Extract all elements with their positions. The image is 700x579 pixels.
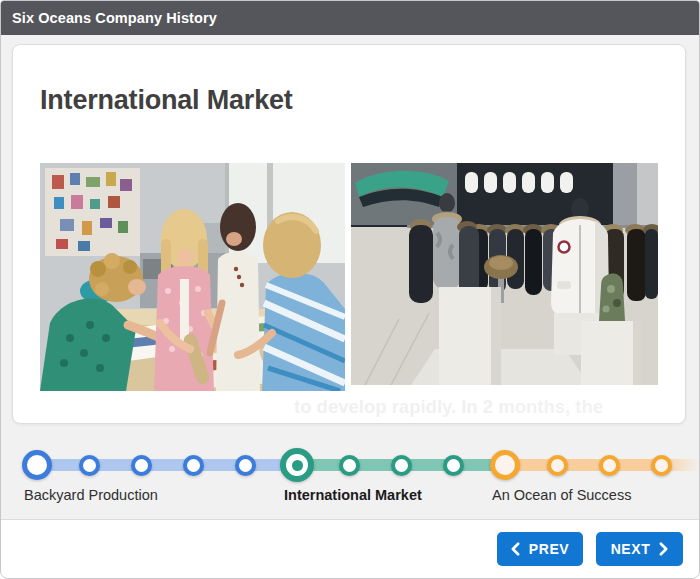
timeline-dot-1-0[interactable] bbox=[280, 448, 314, 482]
timeline-dot-2-1[interactable] bbox=[547, 455, 568, 476]
timeline-dot-1-2[interactable] bbox=[391, 455, 412, 476]
window-titlebar: Six Oceans Company History bbox=[1, 1, 699, 35]
timeline-current-dot-core bbox=[292, 460, 303, 471]
retail-store-photo bbox=[351, 163, 658, 385]
course-widget: Six Oceans Company History International… bbox=[0, 0, 700, 579]
timeline-track-0 bbox=[37, 459, 297, 471]
timeline-label-0: Backyard Production bbox=[24, 487, 158, 503]
chevron-right-icon bbox=[659, 542, 668, 556]
timeline-dot-0-3[interactable] bbox=[183, 455, 204, 476]
photo-row bbox=[40, 163, 658, 391]
footer-bar: PREV NEXT bbox=[1, 519, 699, 578]
slide-stage: International Market bbox=[1, 35, 699, 520]
timeline-dot-0-0[interactable] bbox=[22, 450, 52, 480]
timeline-dot-1-1[interactable] bbox=[339, 455, 360, 476]
timeline-dot-2-3[interactable] bbox=[651, 455, 672, 476]
timeline-dot-1-3[interactable] bbox=[443, 455, 464, 476]
prev-button-label: PREV bbox=[529, 541, 570, 557]
next-button[interactable]: NEXT bbox=[596, 532, 683, 566]
timeline-dot-0-2[interactable] bbox=[131, 455, 152, 476]
chevron-left-icon bbox=[511, 542, 520, 556]
window-title: Six Oceans Company History bbox=[12, 10, 217, 26]
slide-card: International Market bbox=[12, 44, 686, 424]
ghost-text: to develop rapidly. In 2 months, the bbox=[294, 396, 603, 418]
prev-button[interactable]: PREV bbox=[497, 532, 583, 566]
timeline-dot-0-4[interactable] bbox=[235, 455, 256, 476]
next-button-label: NEXT bbox=[611, 541, 651, 557]
timeline-label-2: An Ocean of Success bbox=[492, 487, 631, 503]
design-team-photo bbox=[40, 163, 345, 391]
slide-title: International Market bbox=[40, 85, 293, 116]
timeline-dot-2-0[interactable] bbox=[490, 450, 520, 480]
timeline-dot-2-2[interactable] bbox=[599, 455, 620, 476]
timeline-label-1: International Market bbox=[284, 487, 422, 503]
timeline: Backyard ProductionInternational MarketA… bbox=[1, 435, 700, 521]
timeline-dot-0-1[interactable] bbox=[79, 455, 100, 476]
